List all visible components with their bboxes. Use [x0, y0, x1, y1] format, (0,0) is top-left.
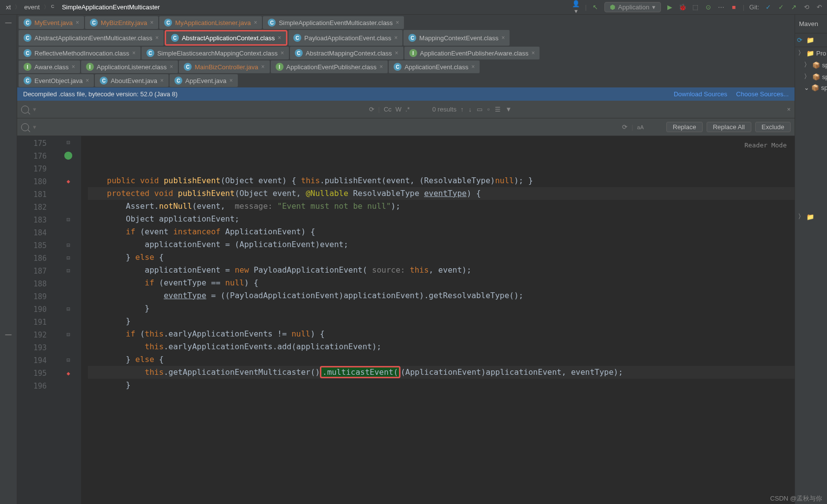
editor-tab[interactable]: CAppEvent.java× — [170, 74, 238, 87]
tab-label: AppEvent.java — [185, 77, 227, 84]
editor-tab[interactable]: CAboutEvent.java× — [95, 74, 169, 87]
code-content[interactable]: Reader Mode public void publishEvent(Obj… — [81, 136, 795, 504]
minimize-icon[interactable]: — — [5, 19, 12, 26]
editor-tab[interactable]: IApplicationEventPublisher.class× — [271, 60, 388, 73]
editor-tab[interactable]: CMappingContextEvent.class× — [403, 30, 510, 46]
match-case-option[interactable]: Cc — [384, 106, 392, 113]
class-icon: C — [24, 49, 31, 57]
download-sources-link[interactable]: Download Sources — [674, 90, 727, 98]
debug-icon[interactable]: 🐞 — [679, 3, 686, 11]
close-icon[interactable]: × — [150, 19, 153, 26]
close-icon[interactable]: × — [132, 50, 136, 56]
git-update-icon[interactable]: ✓ — [764, 3, 772, 11]
preserve-case-icon[interactable]: ⟳ — [622, 123, 627, 131]
close-icon[interactable]: × — [160, 77, 164, 84]
replace-all-button[interactable]: Replace All — [707, 122, 751, 132]
editor-tab[interactable]: CPayloadApplicationEvent.class× — [288, 30, 402, 46]
editor-tab[interactable]: CMyApplicationListener.java× — [159, 16, 262, 29]
class-icon: C — [146, 49, 154, 57]
editor-tab[interactable]: CEventObject.java× — [19, 74, 94, 87]
close-icon[interactable]: × — [281, 50, 284, 56]
close-icon[interactable]: × — [379, 63, 383, 70]
chevron-down-icon[interactable]: ▾ — [33, 123, 36, 131]
reader-mode-label[interactable]: Reader Mode — [744, 139, 787, 152]
editor-tab[interactable]: CReflectiveMethodInvocation.class× — [19, 47, 141, 59]
coverage-icon[interactable]: ⬚ — [691, 3, 699, 11]
run-icon[interactable]: ▶ — [666, 3, 674, 11]
editor-tab[interactable]: CMainBizController.java× — [179, 60, 269, 73]
maven-tree-item[interactable]: 〉📁Pro — [795, 47, 827, 59]
maven-tree-item[interactable]: 〉📁 — [795, 211, 827, 223]
new-window-icon[interactable]: ▫ — [487, 106, 490, 113]
next-icon[interactable]: ↓ — [468, 106, 472, 113]
close-icon[interactable]: × — [396, 19, 399, 26]
editor-tab[interactable]: CAbstractApplicationEventMulticaster.cla… — [19, 30, 164, 46]
tab-label: SimpleElasticsearchMappingContext.class — [157, 50, 278, 57]
close-icon[interactable]: × — [787, 106, 791, 113]
maven-tree-item[interactable]: 〉📦spr — [795, 71, 827, 83]
close-icon[interactable]: × — [278, 34, 281, 41]
close-icon[interactable]: × — [254, 19, 257, 26]
class-icon: C — [293, 34, 301, 42]
close-icon[interactable]: × — [229, 77, 233, 84]
code-editor[interactable]: 1751761791801811821831841851861871881891… — [17, 136, 795, 504]
replace-bar: ▾ ⟳ | aA Replace Replace All Exclude — [17, 118, 795, 136]
close-icon[interactable]: × — [155, 34, 159, 41]
close-icon[interactable]: × — [72, 63, 75, 70]
chevron-down-icon[interactable]: ▾ — [33, 106, 36, 113]
close-icon[interactable]: × — [170, 63, 173, 70]
font-case-icon[interactable]: aA — [637, 124, 644, 130]
crumb-item[interactable]: SimpleApplicationEventMulticaster — [60, 2, 162, 12]
prev-icon[interactable]: ↑ — [460, 106, 464, 113]
exclude-button[interactable]: Exclude — [755, 122, 791, 132]
editor-tab[interactable]: CAbstractMappingContext.class× — [290, 47, 403, 59]
editor-tab[interactable]: IAware.class× — [19, 60, 80, 73]
find-input[interactable] — [40, 105, 365, 113]
user-icon[interactable]: 👤▾ — [572, 0, 580, 15]
editor-tab[interactable]: CMyEvent.java× — [19, 16, 84, 29]
editor-tab[interactable]: IApplicationListener.class× — [81, 60, 178, 73]
words-option[interactable]: W — [396, 106, 401, 113]
hammer-icon[interactable]: ↖ — [592, 3, 599, 11]
close-icon[interactable]: × — [261, 63, 265, 70]
minimize-icon[interactable]: — — [5, 331, 12, 338]
close-icon[interactable]: × — [86, 77, 89, 84]
editor-tab[interactable]: IApplicationEventPublisherAware.class× — [404, 47, 540, 59]
close-icon[interactable]: × — [531, 50, 535, 56]
close-icon[interactable]: × — [394, 34, 398, 41]
attach-icon[interactable]: ⋯ — [717, 3, 725, 11]
close-icon[interactable]: × — [76, 19, 79, 26]
stop-icon[interactable]: ■ — [730, 3, 738, 11]
editor-tabs: CMyEvent.java×CMyBizEntity.java×CMyAppli… — [17, 15, 795, 87]
run-config-selector[interactable]: ⬢ Application ▾ — [604, 2, 661, 12]
editor-tab[interactable]: CSimpleApplicationEventMulticaster.class… — [263, 16, 404, 29]
choose-sources-link[interactable]: Choose Sources... — [736, 90, 789, 98]
git-revert-icon[interactable]: ↶ — [815, 3, 823, 11]
close-icon[interactable]: × — [471, 63, 475, 70]
editor-tab[interactable]: CApplicationEvent.class× — [389, 60, 480, 73]
git-push-icon[interactable]: ↗ — [790, 3, 798, 11]
filter-icon[interactable]: ▼ — [506, 106, 512, 113]
profiler-icon[interactable]: ⊙ — [704, 3, 712, 11]
tab-label: MyApplicationListener.java — [175, 19, 251, 27]
refresh-icon[interactable]: ⟳ — [797, 36, 802, 44]
crumb-item[interactable]: event — [22, 2, 42, 12]
replace-input[interactable] — [40, 123, 618, 131]
git-commit-icon[interactable]: ✓ — [777, 3, 785, 11]
folder-icon[interactable]: 📁 — [806, 36, 814, 44]
regex-option[interactable]: .* — [405, 106, 410, 113]
replace-button[interactable]: Replace — [666, 122, 703, 132]
prev-occurrence-icon[interactable]: ⟳ — [369, 106, 374, 113]
crumb-item[interactable]: xt — [4, 2, 13, 12]
editor-tab[interactable]: CMyBizEntity.java× — [85, 16, 158, 29]
select-all-icon[interactable]: ▭ — [477, 106, 483, 113]
settings-icon[interactable]: ☰ — [495, 106, 501, 113]
editor-tab[interactable]: CAbstractApplicationContext.class× — [165, 30, 287, 46]
maven-tree-item[interactable]: 〉📦spr — [795, 59, 827, 71]
editor-tab[interactable]: CSimpleElasticsearchMappingContext.class… — [142, 47, 289, 59]
maven-title[interactable]: Maven — [795, 15, 827, 33]
close-icon[interactable]: × — [501, 34, 505, 41]
close-icon[interactable]: × — [395, 50, 399, 56]
git-history-icon[interactable]: ⟲ — [802, 3, 810, 11]
maven-tree-item[interactable]: ⌄📦spr — [795, 83, 827, 93]
